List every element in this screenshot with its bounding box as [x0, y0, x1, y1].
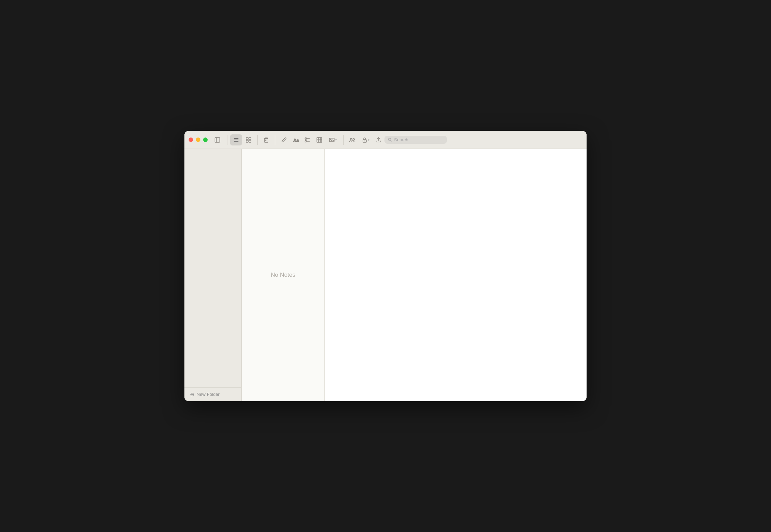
svg-point-29 [388, 138, 391, 141]
view-toggle-group [230, 134, 254, 145]
sidebar-folders [184, 149, 241, 387]
lock-button[interactable]: ▾ [358, 134, 373, 145]
checklist-button[interactable] [302, 134, 313, 145]
svg-rect-9 [265, 139, 268, 142]
svg-rect-8 [249, 140, 251, 142]
search-input[interactable] [394, 137, 443, 142]
editor-panel[interactable] [325, 149, 587, 401]
share-button[interactable] [373, 134, 384, 145]
table-button[interactable] [313, 134, 325, 145]
divider-1 [227, 135, 227, 145]
svg-rect-7 [246, 140, 248, 142]
minimize-button[interactable] [196, 138, 200, 142]
search-icon [388, 138, 392, 142]
svg-rect-0 [215, 138, 220, 142]
search-box[interactable] [384, 136, 447, 144]
compose-button[interactable] [278, 134, 290, 145]
close-button[interactable] [189, 138, 193, 142]
new-folder-icon: ⊕ [190, 392, 194, 397]
svg-text:Aa: Aa [293, 138, 299, 143]
divider-3 [275, 135, 275, 145]
sidebar-toggle-button[interactable] [212, 134, 223, 145]
collaborate-button[interactable] [346, 134, 358, 145]
svg-point-16 [305, 140, 307, 142]
sidebar-footer: ⊕ New Folder [184, 387, 241, 401]
svg-rect-18 [317, 138, 322, 142]
main-content: ⊕ New Folder No Notes [184, 149, 587, 401]
divider-2 [257, 135, 258, 145]
media-button[interactable]: ▾ [325, 134, 340, 145]
svg-rect-6 [249, 138, 251, 140]
delete-button[interactable] [260, 134, 272, 145]
traffic-lights [189, 138, 208, 142]
grid-view-button[interactable] [243, 134, 254, 145]
svg-point-25 [350, 138, 352, 140]
format-button[interactable]: Aa [290, 134, 302, 145]
divider-4 [343, 135, 344, 145]
new-folder-label: New Folder [197, 392, 219, 397]
titlebar: Aa [184, 131, 587, 149]
svg-point-26 [353, 138, 355, 140]
sidebar: ⊕ New Folder [184, 149, 242, 401]
notes-app-window: Aa [184, 131, 587, 401]
svg-point-28 [364, 140, 365, 141]
editor-content[interactable] [325, 149, 587, 401]
svg-rect-5 [246, 138, 248, 140]
list-view-button[interactable] [230, 134, 242, 145]
new-folder-button[interactable]: ⊕ New Folder [190, 392, 236, 397]
no-notes-label: No Notes [271, 272, 295, 278]
svg-line-30 [391, 140, 392, 141]
maximize-button[interactable] [203, 138, 208, 142]
notes-list-panel: No Notes [242, 149, 325, 401]
